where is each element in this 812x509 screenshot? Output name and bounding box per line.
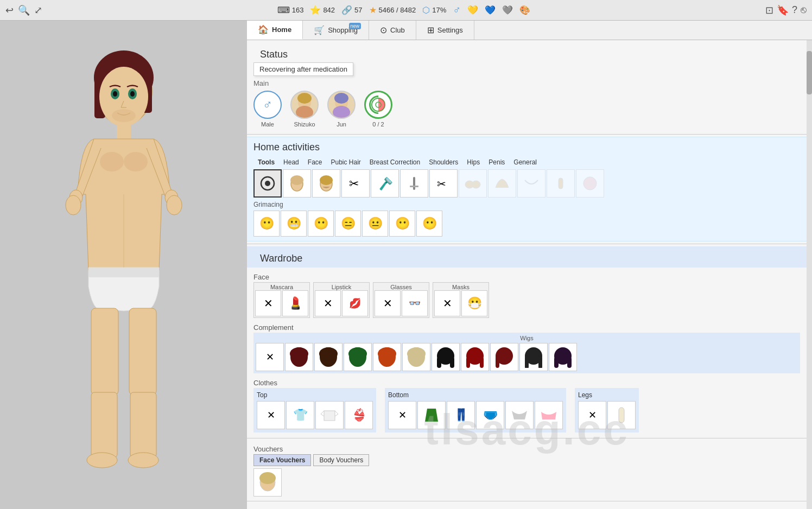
wig-red-long[interactable]: [461, 343, 489, 371]
fullscreen-icon[interactable]: ⊡: [765, 4, 773, 16]
character-figure: [42, 42, 205, 487]
main-label: Main: [253, 79, 800, 87]
lipstick-x-icon[interactable]: ✕: [315, 290, 341, 316]
top-bra[interactable]: 👙: [345, 401, 373, 429]
activity-tab-pubic[interactable]: Pubic Hair: [326, 157, 365, 167]
activity-tab-breast[interactable]: Breast Correction: [365, 157, 424, 167]
tab-settings[interactable]: ⊞ Settings: [416, 21, 474, 40]
bottom-jeans[interactable]: 👖: [447, 401, 475, 429]
mascara-x-icon[interactable]: ✕: [255, 290, 281, 316]
voucher-tab-body[interactable]: Body Vouchers: [313, 454, 369, 466]
top-x[interactable]: ✕: [257, 401, 285, 429]
grimace-5[interactable]: 😐: [362, 211, 388, 237]
complement-label: Complement: [253, 321, 800, 333]
tab-home-label: Home: [272, 26, 291, 34]
svg-point-49: [290, 347, 308, 360]
activity-tab-penis[interactable]: Penis: [484, 157, 509, 167]
hips-icon1[interactable]: [517, 169, 545, 198]
wig-red-long2[interactable]: [490, 343, 518, 371]
grimace-1[interactable]: 😶: [253, 211, 280, 237]
expand-icon[interactable]: ⤢: [34, 4, 42, 16]
activity-tab-shoulders[interactable]: Shoulders: [424, 157, 462, 167]
activity-tab-general[interactable]: General: [509, 157, 541, 167]
activity-tab-head[interactable]: Head: [279, 157, 303, 167]
tool-circle-icon[interactable]: [253, 169, 282, 198]
back-icon[interactable]: ↩: [5, 4, 14, 16]
pubic-tool1-icon[interactable]: [400, 169, 428, 198]
grimace-6[interactable]: 😶: [389, 211, 415, 237]
help-icon[interactable]: ?: [792, 4, 797, 16]
svg-point-11: [100, 152, 124, 171]
scrollbar-thumb[interactable]: [807, 51, 812, 94]
glasses-item[interactable]: 👓: [402, 290, 428, 316]
wig-green[interactable]: [344, 343, 372, 371]
scissors1-icon[interactable]: ✂: [341, 169, 370, 198]
top-bar-stats: ⌨ 163 ⭐ 842 🔗 57 ★ 5466 / 8482 ⬡ 17% ♂ 💛…: [48, 4, 760, 16]
top-items: ✕ 👕 👙: [257, 401, 373, 429]
top-white[interactable]: [315, 401, 344, 429]
link-icon: 🔗: [341, 5, 352, 15]
wig-dark-red[interactable]: [285, 343, 313, 371]
tab-settings-label: Settings: [437, 26, 463, 34]
wig-x[interactable]: ✕: [256, 343, 284, 371]
svg-rect-42: [410, 186, 418, 187]
bottom-underwear[interactable]: [535, 401, 563, 429]
other-section: Other Tools Toys Medicine: [247, 504, 807, 509]
stat-star: ⭐ 842: [310, 5, 335, 15]
masks-item[interactable]: 😷: [461, 290, 487, 316]
shizuko-avatar[interactable]: [290, 91, 319, 119]
svg-point-27: [296, 106, 313, 118]
shoulder-icon1[interactable]: [488, 169, 516, 198]
grimace-4[interactable]: 😑: [335, 211, 361, 237]
wig-black-long2[interactable]: [519, 343, 548, 371]
general-icon1[interactable]: [576, 169, 604, 198]
wig-orange[interactable]: [373, 343, 401, 371]
tab-club[interactable]: ⊙ Club: [369, 21, 416, 40]
home-tab-icon: 🏠: [258, 24, 269, 35]
masks-x-icon[interactable]: ✕: [434, 290, 460, 316]
legs-stockings[interactable]: [607, 401, 636, 429]
razor-icon[interactable]: 🪒: [371, 169, 399, 198]
activity-tab-hips[interactable]: Hips: [462, 157, 484, 167]
tab-home[interactable]: 🏠 Home: [247, 21, 303, 40]
tab-club-label: Club: [390, 26, 405, 34]
svg-rect-41: [413, 177, 415, 190]
bottom-shorts[interactable]: 🩲: [476, 401, 504, 429]
grimace-3[interactable]: 😶: [308, 211, 334, 237]
bottom-x[interactable]: ✕: [388, 401, 416, 429]
pill-circle[interactable]: [364, 91, 392, 119]
mascara-item[interactable]: 💄: [282, 290, 308, 316]
legs-x[interactable]: ✕: [578, 401, 606, 429]
stat-link: 🔗 57: [341, 5, 362, 15]
svg-rect-60: [450, 357, 454, 368]
top-group: Top ✕ 👕 👙: [253, 388, 376, 432]
top-tshirt[interactable]: 👕: [286, 401, 314, 429]
grimace-7[interactable]: 😶: [416, 211, 442, 237]
wig-black-long[interactable]: [432, 343, 460, 371]
voucher-tab-face[interactable]: Face Vouchers: [253, 454, 311, 466]
wig-light[interactable]: [402, 343, 430, 371]
mascara-items: ✕ 💄: [255, 290, 308, 316]
exit-icon[interactable]: ⎋: [801, 4, 807, 16]
jun-avatar[interactable]: [327, 91, 356, 119]
grimace-2[interactable]: 😬: [281, 211, 307, 237]
glasses-x-icon[interactable]: ✕: [375, 290, 401, 316]
activity-tab-tools[interactable]: Tools: [253, 157, 279, 167]
svg-point-51: [319, 347, 338, 360]
voucher-icon-1[interactable]: [253, 468, 282, 497]
face-beard-icon[interactable]: [312, 169, 340, 198]
head-plain-icon[interactable]: [283, 169, 311, 198]
bottom-green-skirt[interactable]: [417, 401, 446, 429]
search-icon[interactable]: 🔍: [18, 4, 30, 16]
wig-dark-brown[interactable]: [314, 343, 342, 371]
breast-icon1[interactable]: [459, 169, 487, 198]
bottom-bikini-bottom[interactable]: [505, 401, 534, 429]
tab-shopping[interactable]: 🛒 Shopping new: [303, 21, 369, 40]
wig-dark-purple[interactable]: [549, 343, 577, 371]
pubic-tool2-icon[interactable]: ✂: [429, 169, 458, 198]
penis-icon1[interactable]: [547, 169, 575, 198]
lipstick-item[interactable]: 💋: [342, 290, 368, 316]
activity-tab-face[interactable]: Face: [303, 157, 327, 167]
svg-text:🪒: 🪒: [378, 176, 394, 191]
bookmark-icon[interactable]: 🔖: [777, 4, 789, 16]
